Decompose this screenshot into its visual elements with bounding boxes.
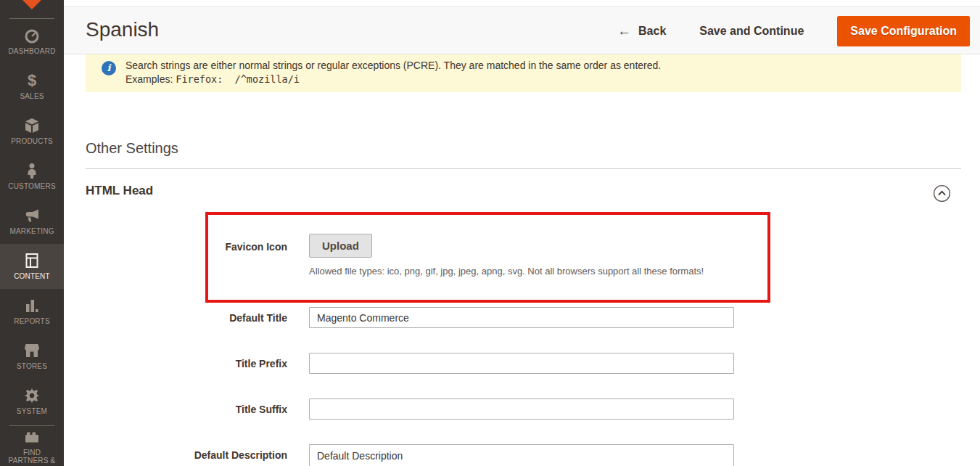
customers-icon [23,162,41,179]
sidebar-item-find-partners[interactable]: FIND PARTNERS & EXTENSIONS [0,428,64,466]
section-divider [86,168,961,169]
default-description-textarea[interactable]: Default Description [309,444,734,466]
sidebar-menu: DASHBOARD $ SALES PRODUCTS CUSTOMERS [0,19,64,466]
sidebar-item-label: FIND PARTNERS & EXTENSIONS [2,449,62,466]
default-description-label: Default Description [157,449,287,461]
upload-button[interactable]: Upload [309,234,372,258]
group-title-html-head: HTML Head [86,184,153,198]
info-icon: i [102,61,116,75]
sidebar-item-label: CUSTOMERS [8,182,56,191]
back-button[interactable]: ← Back [617,23,666,39]
default-title-label: Default Title [157,312,287,324]
title-prefix-input[interactable] [309,353,734,374]
sidebar-item-content[interactable]: CONTENT [0,244,64,289]
back-label: Back [638,25,666,38]
magento-logo-icon[interactable] [20,0,44,9]
title-suffix-input[interactable] [309,398,734,420]
back-arrow-icon: ← [617,23,631,39]
sidebar-item-dashboard[interactable]: DASHBOARD [0,19,64,64]
system-icon [23,387,41,404]
sidebar-item-label: REPORTS [14,317,50,326]
sidebar-item-marketing[interactable]: MARKETING [0,199,64,244]
sidebar-item-sales[interactable]: $ SALES [0,64,64,109]
top-strip [64,0,980,6]
sidebar-item-label: SYSTEM [17,407,47,416]
page-title: Spanish [86,18,159,41]
save-configuration-button[interactable]: Save Configuration [837,16,970,46]
stores-icon [23,342,41,359]
sidebar-item-reports[interactable]: REPORTS [0,289,64,334]
collapse-section-button[interactable] [933,184,951,203]
sidebar-item-label: SALES [20,92,44,101]
sidebar-item-label: MARKETING [9,227,54,236]
sidebar-item-label: DASHBOARD [8,47,55,56]
default-title-input[interactable] [309,307,734,328]
notice-code: Firefox: /^mozilla/i [176,73,300,85]
save-and-continue-button[interactable]: Save and Continue [699,25,804,38]
info-notice-banner: i Search strings are either normal strin… [86,54,961,92]
sidebar-divider [9,425,54,426]
sidebar-item-system[interactable]: SYSTEM [0,379,64,424]
page-header: Spanish ← Back Save and Continue Save Co… [64,6,980,54]
products-icon [23,117,41,134]
reports-icon [23,297,41,314]
notice-line2: Examples: Firefox: /^mozilla/i [125,73,661,86]
sidebar-item-customers[interactable]: CUSTOMERS [0,154,64,199]
sidebar-item-products[interactable]: PRODUCTS [0,109,64,154]
sidebar-item-label: PRODUCTS [11,137,53,146]
marketing-icon [23,207,41,224]
header-actions: ← Back Save and Continue Save Configurat… [617,7,970,55]
magento-admin-page: DASHBOARD $ SALES PRODUCTS CUSTOMERS [0,0,980,466]
annotation-highlight-rect [205,212,770,303]
notice-examples-label: Examples: [125,73,176,85]
favicon-allowed-types-note: Allowed file types: ico, png, gif, jpg, … [309,266,704,277]
find-partners-icon [23,428,41,446]
notice-text: Search strings are either normal strings… [125,59,661,86]
dashboard-icon [23,27,41,44]
notice-line1: Search strings are either normal strings… [125,59,661,73]
sidebar-item-label: STORES [17,362,47,371]
favicon-icon-label: Favicon Icon [157,241,287,253]
title-suffix-label: Title Suffix [157,404,287,415]
content-icon [23,252,41,269]
title-prefix-label: Title Prefix [157,358,287,369]
sidebar-item-label: CONTENT [14,272,50,281]
chevron-up-icon [933,184,951,203]
admin-sidebar: DASHBOARD $ SALES PRODUCTS CUSTOMERS [0,0,64,466]
sales-icon: $ [23,72,41,89]
sidebar-item-stores[interactable]: STORES [0,334,64,379]
section-title: Other Settings [86,140,178,157]
